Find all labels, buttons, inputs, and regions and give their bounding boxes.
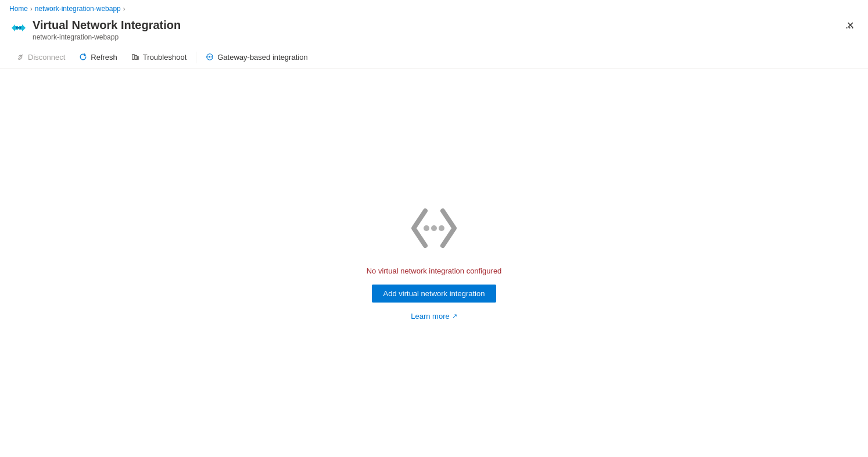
- breadcrumb-home[interactable]: Home: [9, 5, 28, 13]
- header-text-block: Virtual Network Integration network-inte…: [33, 17, 836, 41]
- learn-more-link[interactable]: Learn more ↗: [411, 312, 457, 321]
- svg-point-3: [18, 27, 20, 29]
- empty-state-icon: [393, 199, 475, 257]
- breadcrumb: Home › network-integration-webapp ›: [0, 0, 868, 15]
- main-content: No virtual network integration configure…: [0, 69, 868, 451]
- svg-point-9: [209, 56, 211, 57]
- empty-state: No virtual network integration configure…: [367, 199, 502, 321]
- breadcrumb-webapp[interactable]: network-integration-webapp: [35, 5, 121, 13]
- svg-rect-6: [135, 55, 137, 59]
- svg-rect-5: [132, 54, 135, 59]
- svg-point-12: [424, 225, 429, 231]
- troubleshoot-label: Troubleshoot: [143, 53, 186, 62]
- svg-point-2: [16, 27, 18, 29]
- svg-point-13: [431, 225, 437, 231]
- empty-state-message: No virtual network integration configure…: [367, 267, 502, 275]
- refresh-label: Refresh: [91, 53, 117, 62]
- page-header: Virtual Network Integration network-inte…: [0, 15, 868, 46]
- svg-point-14: [439, 225, 444, 231]
- toolbar: Disconnect Refresh Troubleshoot: [0, 46, 868, 69]
- gateway-icon: [206, 53, 214, 62]
- gateway-label: Gateway-based integration: [217, 53, 307, 62]
- close-button[interactable]: ✕: [842, 17, 859, 33]
- troubleshoot-button[interactable]: Troubleshoot: [124, 48, 193, 67]
- disconnect-label: Disconnect: [28, 53, 65, 62]
- refresh-icon: [79, 53, 87, 62]
- troubleshoot-icon: [131, 53, 139, 62]
- learn-more-label: Learn more: [411, 312, 449, 321]
- vnet-integration-icon: [9, 19, 28, 37]
- page-title: Virtual Network Integration: [33, 17, 836, 33]
- add-vnet-integration-button[interactable]: Add virtual network integration: [372, 285, 497, 303]
- svg-rect-7: [137, 56, 138, 59]
- disconnect-icon: [16, 53, 24, 62]
- refresh-button[interactable]: Refresh: [72, 48, 124, 67]
- external-link-icon: ↗: [452, 312, 457, 320]
- toolbar-separator: [196, 52, 196, 63]
- svg-point-4: [20, 27, 21, 29]
- page-subtitle: network-integration-webapp: [33, 33, 836, 41]
- gateway-integration-button[interactable]: Gateway-based integration: [199, 48, 314, 67]
- breadcrumb-sep-1: ›: [30, 5, 33, 12]
- disconnect-button[interactable]: Disconnect: [9, 48, 72, 67]
- breadcrumb-sep-2: ›: [123, 5, 125, 12]
